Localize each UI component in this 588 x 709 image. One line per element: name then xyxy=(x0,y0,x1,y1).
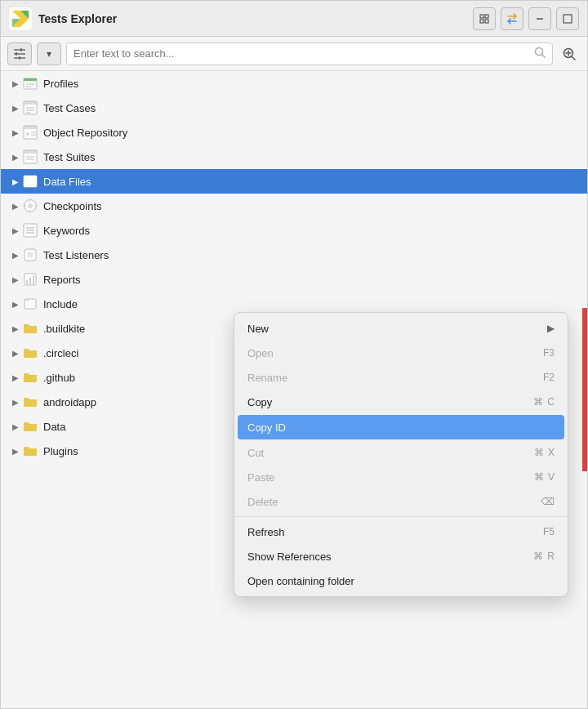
context-new-label: New xyxy=(247,323,269,335)
expand-arrow: ▶ xyxy=(9,395,22,408)
tree-container: ▶ Profiles ▶ xyxy=(1,71,587,708)
object-repo-label: Object Repository xyxy=(43,127,127,139)
svg-rect-56 xyxy=(33,275,34,284)
context-open-shortcut: F3 xyxy=(543,347,555,359)
github-label: .github xyxy=(43,372,75,384)
context-open-folder-label: Open containing folder xyxy=(247,575,354,587)
cmd-symbol: ⌘ xyxy=(533,396,543,408)
test-suites-label: Test Suites xyxy=(43,151,96,163)
context-menu-delete[interactable]: Delete ⌫ xyxy=(234,489,568,514)
sidebar-item-profiles[interactable]: ▶ Profiles xyxy=(1,71,587,96)
search-input[interactable] xyxy=(74,47,529,60)
androidapp-label: androidapp xyxy=(43,396,96,408)
tests-explorer-window: Tests Explorer xyxy=(0,0,588,709)
plugins-folder-icon xyxy=(22,443,38,459)
expand-arrow: ▶ xyxy=(9,224,22,237)
expand-arrow: ▶ xyxy=(9,273,22,286)
checkpoints-icon xyxy=(22,198,38,214)
filter-icon xyxy=(13,48,26,60)
context-rename-label: Rename xyxy=(247,372,287,384)
expand-arrow: ▶ xyxy=(9,297,22,310)
test-suites-icon xyxy=(22,149,38,165)
cmd-symbol: ⌘ xyxy=(534,447,544,458)
reports-label: Reports xyxy=(43,274,81,286)
context-copy-label: Copy xyxy=(247,396,272,408)
sidebar-item-data-files[interactable]: ▶ Data Files xyxy=(1,169,587,194)
svg-line-19 xyxy=(572,56,575,60)
circleci-label: .circleci xyxy=(43,347,78,359)
sidebar-item-reports[interactable]: ▶ Reports xyxy=(1,267,587,292)
context-menu-show-refs[interactable]: Show References ⌘ R xyxy=(234,544,568,569)
context-cut-shortcut: ⌘ X xyxy=(534,447,555,458)
profiles-icon xyxy=(22,75,38,91)
checkpoints-label: Checkpoints xyxy=(43,200,102,212)
expand-arrow: ▶ xyxy=(9,248,22,261)
test-listeners-icon xyxy=(22,247,38,263)
maximize-button[interactable] xyxy=(556,7,579,30)
expand-arrow: ▶ xyxy=(9,346,22,359)
expand-arrow: ▶ xyxy=(9,150,22,163)
context-menu-open-folder[interactable]: Open containing folder xyxy=(234,569,568,593)
context-menu-copy[interactable]: Copy ⌘ C xyxy=(234,390,568,414)
context-menu-paste[interactable]: Paste ⌘ V xyxy=(234,465,568,489)
circleci-folder-icon xyxy=(22,345,38,361)
context-copy-id-label: Copy ID xyxy=(247,421,286,434)
expand-arrow: ▶ xyxy=(9,322,22,335)
sidebar-item-keywords[interactable]: ▶ Keywords xyxy=(1,218,587,243)
svg-rect-4 xyxy=(480,15,483,18)
svg-rect-55 xyxy=(29,278,31,284)
context-menu: New ▶ Open F3 Rename F2 Copy ⌘ C xyxy=(234,312,568,597)
data-folder-icon xyxy=(22,418,38,435)
context-menu-refresh[interactable]: Refresh F5 xyxy=(234,519,568,544)
dropdown-button[interactable]: ▾ xyxy=(37,42,61,65)
context-menu-new[interactable]: New ▶ xyxy=(234,316,568,341)
cmd-symbol: ⌘ xyxy=(534,471,544,483)
keywords-label: Keywords xyxy=(43,225,90,237)
add-search-button[interactable] xyxy=(558,42,581,65)
cmd-symbol: ⌘ xyxy=(533,551,543,562)
collapse-button[interactable] xyxy=(528,7,551,30)
data-files-icon xyxy=(22,173,38,190)
maximize-icon xyxy=(563,14,572,24)
context-menu-open[interactable]: Open F3 xyxy=(234,341,568,365)
svg-rect-6 xyxy=(480,20,483,23)
svg-line-17 xyxy=(542,55,546,58)
context-paste-shortcut: ⌘ V xyxy=(534,471,555,483)
context-delete-shortcut: ⌫ xyxy=(541,496,555,507)
test-cases-label: Test Cases xyxy=(43,102,96,114)
sync-button[interactable] xyxy=(501,7,523,30)
context-refresh-shortcut: F5 xyxy=(543,526,555,537)
context-paste-label: Paste xyxy=(247,471,274,484)
sidebar-item-object-repository[interactable]: ▶ Object Repository xyxy=(1,120,587,145)
sidebar-item-test-suites[interactable]: ▶ Test Suites xyxy=(1,145,587,169)
sidebar-item-test-cases[interactable]: ▶ Test Cases xyxy=(1,96,587,120)
sidebar-item-checkpoints[interactable]: ▶ Checkpoints xyxy=(1,194,587,218)
context-menu-cut[interactable]: Cut ⌘ X xyxy=(234,440,568,465)
svg-rect-7 xyxy=(485,20,488,23)
profiles-label: Profiles xyxy=(43,78,78,90)
sync-icon xyxy=(506,12,519,25)
app-icon xyxy=(9,7,32,30)
context-menu-rename[interactable]: Rename F2 xyxy=(234,365,568,390)
sidebar-item-test-listeners[interactable]: ▶ Test Listeners xyxy=(1,243,587,267)
svg-point-33 xyxy=(26,132,29,136)
svg-rect-41 xyxy=(24,176,37,179)
menu-separator xyxy=(234,516,568,517)
keywords-icon xyxy=(22,222,38,239)
minimize-button[interactable] xyxy=(473,7,496,30)
toolbar: ▾ xyxy=(1,37,587,71)
include-label: Include xyxy=(43,298,78,310)
add-search-icon xyxy=(562,47,577,61)
collapse-icon xyxy=(535,14,545,24)
context-open-label: Open xyxy=(247,347,274,359)
object-repo-icon xyxy=(22,124,38,140)
context-menu-copy-id[interactable]: Copy ID xyxy=(238,415,564,439)
filter-button[interactable] xyxy=(7,42,32,65)
buildkite-label: .buildkite xyxy=(43,323,85,335)
svg-rect-27 xyxy=(24,101,37,105)
search-box xyxy=(66,42,553,65)
test-listeners-label: Test Listeners xyxy=(43,249,109,261)
minimize-icon xyxy=(479,14,489,24)
expand-arrow: ▶ xyxy=(9,175,22,188)
window-title: Tests Explorer xyxy=(38,12,117,25)
